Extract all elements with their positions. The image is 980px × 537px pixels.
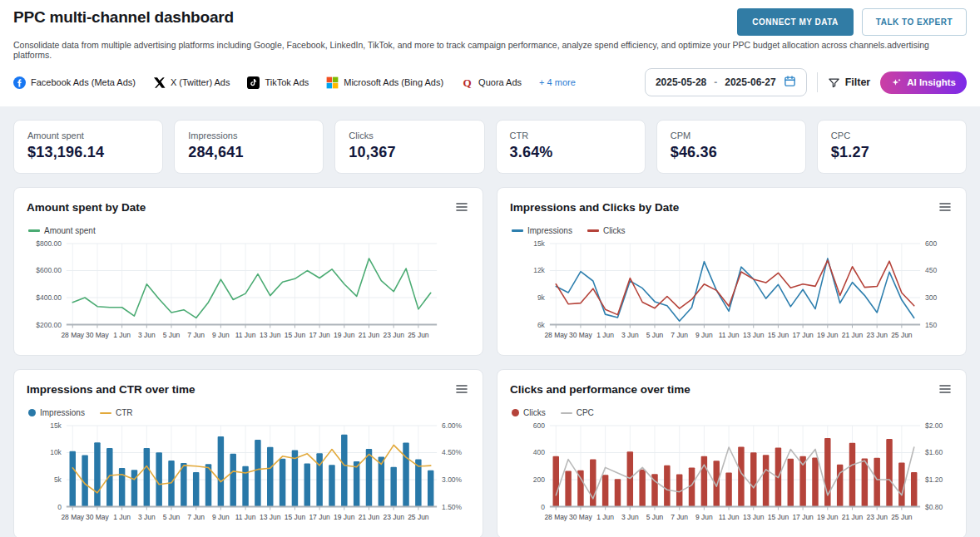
channel-tiktok-ads: TikTok Ads — [247, 76, 309, 89]
more-channels-link[interactable]: + 4 more — [539, 77, 576, 87]
chart-card-clicks-cpc: Clicks and performance over time ClicksC… — [497, 369, 967, 537]
microsoft-icon — [326, 76, 339, 89]
legend-item[interactable]: Clicks — [587, 226, 626, 235]
svg-text:600: 600 — [925, 239, 937, 248]
svg-text:6.00%: 6.00% — [442, 421, 462, 430]
svg-text:23 Jun: 23 Jun — [866, 331, 888, 339]
chart-card-amount-spent: Amount spent by Date Amount spent $200.0… — [13, 187, 483, 356]
svg-text:$1.20: $1.20 — [925, 476, 943, 485]
svg-text:21 Jun: 21 Jun — [842, 513, 864, 521]
legend-label: Impressions — [40, 408, 85, 417]
x-twitter-icon — [153, 76, 166, 89]
svg-text:$600.00: $600.00 — [36, 266, 62, 274]
svg-text:3.00%: 3.00% — [442, 476, 462, 485]
kpi-card-impressions: Impressions 284,641 — [174, 120, 324, 174]
legend-item[interactable]: Amount spent — [28, 226, 96, 235]
svg-text:13 Jun: 13 Jun — [743, 331, 765, 339]
svg-text:28 May: 28 May — [544, 513, 567, 521]
chart-menu-icon[interactable] — [453, 381, 470, 397]
svg-text:3 Jun: 3 Jun — [138, 331, 156, 339]
kpi-value: 3.64% — [510, 144, 631, 161]
legend-marker-icon — [561, 412, 572, 415]
chart-title: Clicks and performance over time — [510, 383, 690, 396]
kpi-label: CPC — [831, 131, 953, 140]
svg-text:7 Jun: 7 Jun — [671, 513, 688, 521]
legend-item[interactable]: CPC — [561, 408, 594, 417]
clicks-cpc-chart: 0$0.80200$1.20400$1.60600$2.0028 May30 M… — [510, 419, 953, 530]
svg-text:15k: 15k — [533, 239, 545, 248]
svg-text:11 Jun: 11 Jun — [719, 331, 740, 339]
kpi-card-amount-spent: Amount spent $13,196.14 — [13, 120, 163, 174]
svg-text:9k: 9k — [537, 293, 546, 302]
svg-text:$200.00: $200.00 — [36, 321, 62, 329]
svg-text:19 Jun: 19 Jun — [334, 513, 355, 521]
kpi-card-cpm: CPM $46.36 — [656, 120, 806, 174]
svg-text:$800.00: $800.00 — [36, 239, 62, 248]
svg-text:0: 0 — [57, 503, 62, 511]
connect-my-data-button[interactable]: CONNECT MY DATA — [737, 8, 854, 36]
page-subtitle: Consolidate data from multiple advertisi… — [13, 40, 967, 60]
date-range-picker[interactable]: 2025-05-28 - 2025-06-27 — [645, 68, 807, 96]
charts-grid: Amount spent by Date Amount spent $200.0… — [13, 187, 967, 537]
svg-text:30 May: 30 May — [569, 513, 592, 521]
svg-text:4.50%: 4.50% — [442, 449, 462, 457]
svg-text:1 Jun: 1 Jun — [596, 331, 614, 339]
legend-item[interactable]: Clicks — [512, 408, 546, 417]
svg-text:0: 0 — [541, 503, 545, 511]
svg-text:15 Jun: 15 Jun — [285, 331, 306, 339]
filter-button[interactable]: Filter — [828, 76, 871, 89]
svg-text:21 Jun: 21 Jun — [359, 331, 380, 339]
legend-label: CPC — [577, 408, 594, 417]
svg-text:23 Jun: 23 Jun — [383, 513, 404, 521]
talk-to-expert-button[interactable]: TALK TO EXPERT — [862, 8, 967, 36]
svg-text:15 Jun: 15 Jun — [285, 513, 306, 521]
legend-marker-icon — [28, 409, 36, 416]
kpi-label: CPM — [671, 131, 792, 140]
svg-text:5k: 5k — [54, 476, 62, 485]
svg-text:30 May: 30 May — [86, 513, 109, 521]
kpi-label: Amount spent — [27, 131, 149, 140]
chart-menu-icon[interactable] — [453, 199, 470, 215]
svg-text:1 Jun: 1 Jun — [596, 513, 614, 521]
legend-item[interactable]: Impressions — [512, 226, 572, 235]
svg-text:13 Jun: 13 Jun — [260, 331, 281, 339]
kpi-card-cpc: CPC $1.27 — [817, 120, 967, 174]
page-title: PPC multi-channel dashboard — [13, 8, 234, 27]
svg-text:6k: 6k — [537, 321, 546, 329]
legend-item[interactable]: CTR — [100, 408, 133, 417]
facebook-icon — [13, 76, 26, 89]
kpi-value: $1.27 — [831, 144, 953, 161]
svg-text:9 Jun: 9 Jun — [695, 513, 713, 521]
svg-text:19 Jun: 19 Jun — [817, 513, 839, 521]
svg-text:25 Jun: 25 Jun — [891, 513, 913, 521]
kpi-card-ctr: CTR 3.64% — [496, 120, 646, 174]
svg-text:15 Jun: 15 Jun — [768, 513, 789, 521]
svg-text:17 Jun: 17 Jun — [309, 513, 330, 521]
date-separator: - — [714, 76, 717, 88]
chart-legend: ImpressionsClicks — [512, 226, 953, 235]
legend-item[interactable]: Impressions — [28, 408, 85, 417]
svg-text:5 Jun: 5 Jun — [163, 331, 181, 339]
chart-legend: ImpressionsCTR — [28, 408, 470, 417]
svg-text:11 Jun: 11 Jun — [719, 513, 740, 521]
svg-text:450: 450 — [925, 266, 937, 274]
svg-text:21 Jun: 21 Jun — [842, 331, 864, 339]
chart-menu-icon[interactable] — [937, 199, 953, 215]
calendar-icon — [784, 75, 796, 90]
chart-menu-icon[interactable] — [937, 381, 953, 397]
svg-text:1 Jun: 1 Jun — [113, 331, 131, 339]
svg-text:23 Jun: 23 Jun — [866, 513, 888, 521]
svg-text:$400.00: $400.00 — [36, 293, 62, 302]
svg-text:21 Jun: 21 Jun — [359, 513, 380, 521]
date-end: 2025-06-27 — [725, 76, 775, 88]
dashboard-content: Amount spent $13,196.14 Impressions 284,… — [0, 106, 980, 537]
svg-text:13 Jun: 13 Jun — [260, 513, 281, 521]
svg-text:19 Jun: 19 Jun — [334, 331, 355, 339]
ai-sparkle-icon — [891, 77, 902, 88]
kpi-label: CTR — [510, 131, 631, 140]
chart-card-impressions-clicks: Impressions and Clicks by Date Impressio… — [497, 187, 967, 356]
impressions-ctr-chart: 01.50%5k3.00%10k4.50%15k6.00%28 May30 Ma… — [27, 419, 470, 530]
ai-insights-button[interactable]: AI Insights — [880, 71, 967, 94]
channel-facebook-ads: Facebook Ads (Meta Ads) — [13, 76, 136, 89]
tiktok-icon — [247, 76, 260, 89]
